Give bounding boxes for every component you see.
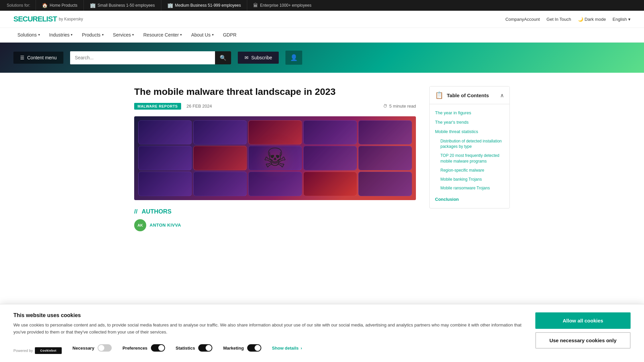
phone-cell bbox=[303, 120, 357, 145]
subscribe-button[interactable]: ✉ Subscribe bbox=[238, 52, 279, 64]
resource-chevron: ▾ bbox=[180, 33, 182, 37]
toc-header[interactable]: 📋 Table of Contents ∧ bbox=[430, 86, 509, 104]
toc-item-ransomware[interactable]: Mobile ransomware Trojans bbox=[435, 184, 504, 193]
nav-resource-center[interactable]: Resource Center ▾ bbox=[139, 28, 186, 42]
search-input[interactable] bbox=[70, 52, 215, 64]
hamburger-icon: ☰ bbox=[20, 55, 24, 60]
services-chevron: ▾ bbox=[132, 33, 134, 37]
topbar-home-label: Home Products bbox=[50, 3, 77, 8]
about-chevron: ▾ bbox=[212, 33, 214, 37]
authors-text: AUTHORS bbox=[142, 208, 171, 215]
authors-section: // AUTHORS AK ANTON KIVVA bbox=[134, 208, 416, 231]
user-icon: 👤 bbox=[290, 54, 298, 61]
nav-products[interactable]: Products ▾ bbox=[78, 28, 107, 42]
toc-item-top20[interactable]: TOP 20 most frequently detected mobile m… bbox=[435, 151, 504, 166]
toc-item-conclusion[interactable]: Conclusion bbox=[435, 195, 504, 204]
topbar-small-label: Small Business 1-50 employees bbox=[98, 3, 155, 8]
toc-item-region[interactable]: Region-specific malware bbox=[435, 166, 504, 175]
nav-products-label: Products bbox=[82, 32, 100, 38]
phone-cell bbox=[358, 120, 412, 145]
small-biz-icon: 🏢 bbox=[90, 3, 96, 8]
subscribe-label: Subscribe bbox=[251, 55, 272, 60]
toc-sidebar: 📋 Table of Contents ∧ The year in figure… bbox=[429, 86, 510, 231]
nav-industries[interactable]: Industries ▾ bbox=[45, 28, 77, 42]
read-time-label: 5 minute read bbox=[389, 104, 416, 109]
phone-cell bbox=[358, 146, 412, 170]
products-chevron: ▾ bbox=[102, 33, 104, 37]
dark-mode-label: Dark mode bbox=[585, 17, 606, 22]
author-row: AK ANTON KIVVA bbox=[134, 219, 416, 231]
logo-by: by Kaspersky bbox=[59, 17, 83, 21]
search-icon: 🔍 bbox=[220, 55, 226, 61]
topbar-enterprise[interactable]: 🏛 Enterprise 1000+ employees bbox=[247, 0, 317, 11]
topbar-home[interactable]: 🏠 Home Products bbox=[36, 0, 84, 11]
skull-icon: ☠ bbox=[263, 142, 287, 174]
toc-item-year-trends[interactable]: The year's trends bbox=[435, 118, 504, 127]
logo-area[interactable]: SECURELIST by Kaspersky bbox=[13, 15, 83, 23]
phone-cell bbox=[138, 120, 192, 145]
toc-item-mobile-stats[interactable]: Mobile threat statistics bbox=[435, 127, 504, 136]
nav-gdpr[interactable]: GDPR bbox=[219, 28, 240, 42]
nav-about-us[interactable]: About Us ▾ bbox=[187, 28, 218, 42]
industries-chevron: ▾ bbox=[71, 33, 72, 37]
nav-services[interactable]: Services ▾ bbox=[109, 28, 138, 42]
article-title: The mobile malware threat landscape in 2… bbox=[134, 86, 416, 98]
nav-industries-label: Industries bbox=[49, 32, 70, 38]
phone-cell bbox=[193, 120, 247, 145]
authors-label: // AUTHORS bbox=[134, 208, 416, 215]
nav-solutions-label: Solutions bbox=[17, 32, 37, 38]
search-button[interactable]: 🔍 bbox=[215, 51, 231, 64]
phone-cell bbox=[303, 146, 357, 170]
dark-mode-button[interactable]: 🌙 Dark mode bbox=[578, 17, 606, 22]
content-area: The mobile malware threat landscape in 2… bbox=[121, 73, 523, 231]
toc-title: Table of Contents bbox=[447, 93, 489, 98]
solutions-chevron: ▾ bbox=[38, 33, 40, 37]
main-nav: SECURELIST by Kaspersky CompanyAccount G… bbox=[0, 11, 644, 28]
phone-cell bbox=[138, 146, 192, 170]
company-account-link[interactable]: CompanyAccount bbox=[505, 17, 540, 22]
language-label: English bbox=[612, 17, 627, 22]
secondary-nav: Solutions ▾ Industries ▾ Products ▾ Serv… bbox=[0, 28, 644, 43]
toc-item-distribution[interactable]: Distribution of detected installation pa… bbox=[435, 137, 504, 152]
nav-right: CompanyAccount Get In Touch 🌙 Dark mode … bbox=[505, 17, 631, 22]
topbar-small-biz[interactable]: 🏢 Small Business 1-50 employees bbox=[84, 0, 161, 11]
top-bar: Solutions for: 🏠 Home Products 🏢 Small B… bbox=[0, 0, 644, 11]
toc-icon: 📋 bbox=[435, 91, 443, 99]
nav-gdpr-label: GDPR bbox=[223, 32, 236, 38]
envelope-icon: ✉ bbox=[245, 55, 249, 60]
phone-cell bbox=[193, 172, 247, 196]
moon-icon: 🌙 bbox=[578, 17, 583, 22]
phone-cell bbox=[358, 172, 412, 196]
toc-box: 📋 Table of Contents ∧ The year in figure… bbox=[429, 86, 510, 208]
content-menu-button[interactable]: ☰ Content menu bbox=[13, 52, 63, 64]
read-time: ⏱ 5 minute read bbox=[383, 104, 416, 109]
chevron-down-icon: ▾ bbox=[628, 17, 631, 22]
slash-decoration: // bbox=[134, 208, 138, 215]
article-date: 26 FEB 2024 bbox=[186, 104, 212, 109]
nav-solutions[interactable]: Solutions ▾ bbox=[13, 28, 44, 42]
article-meta: MALWARE REPORTS 26 FEB 2024 ⏱ 5 minute r… bbox=[134, 103, 416, 110]
toc-header-left: 📋 Table of Contents bbox=[435, 91, 489, 99]
toc-item-banking[interactable]: Mobile banking Trojans bbox=[435, 175, 504, 184]
hero-bar: ☰ Content menu 🔍 ✉ Subscribe 👤 bbox=[0, 43, 644, 73]
article-tag[interactable]: MALWARE REPORTS bbox=[134, 103, 181, 110]
author-name[interactable]: ANTON KIVVA bbox=[150, 223, 181, 228]
enterprise-icon: 🏛 bbox=[253, 3, 258, 8]
author-avatar: AK bbox=[134, 219, 146, 231]
phone-cell bbox=[248, 120, 302, 145]
article-hero-image: ☠ bbox=[134, 116, 416, 200]
phone-cell bbox=[248, 172, 302, 196]
content-menu-label: Content menu bbox=[27, 55, 57, 60]
toc-chevron-icon: ∧ bbox=[500, 92, 504, 99]
solutions-label: Solutions for: bbox=[7, 3, 30, 8]
topbar-medium-biz[interactable]: 🏢 Medium Business 51-999 employees bbox=[161, 0, 247, 11]
medium-biz-icon: 🏢 bbox=[167, 3, 173, 8]
article-main: The mobile malware threat landscape in 2… bbox=[134, 86, 416, 231]
topbar-enterprise-label: Enterprise 1000+ employees bbox=[260, 3, 311, 8]
user-button[interactable]: 👤 bbox=[285, 51, 302, 65]
language-selector[interactable]: English ▾ bbox=[612, 17, 631, 22]
nav-about-label: About Us bbox=[191, 32, 211, 38]
get-in-touch-link[interactable]: Get In Touch bbox=[546, 17, 571, 22]
toc-body: The year in figures The year's trends Mo… bbox=[430, 104, 509, 208]
toc-item-year-figures[interactable]: The year in figures bbox=[435, 108, 504, 118]
